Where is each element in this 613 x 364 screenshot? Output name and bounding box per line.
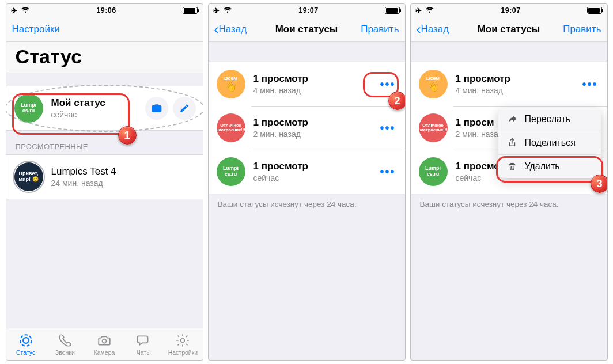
tab-label: Камера	[94, 349, 115, 356]
status-avatar: Lumpi cs.ru	[217, 157, 245, 186]
tab-camera[interactable]: Камера	[85, 328, 124, 360]
airplane-icon: ✈︎	[213, 6, 220, 15]
viewed-subtitle: 24 мин. назад	[51, 179, 196, 188]
nav-bar: Настройки	[6, 17, 203, 42]
clock: 19:07	[501, 6, 520, 14]
airplane-icon: ✈︎	[415, 6, 422, 15]
row-subtitle: 4 мин. назад	[253, 86, 378, 95]
badge-2: 2	[388, 92, 406, 110]
context-menu: Переслать Поделиться Удалить	[498, 108, 601, 178]
phone-icon	[58, 333, 73, 348]
forward-menu-item[interactable]: Переслать	[498, 108, 601, 131]
menu-label: Переслать	[525, 114, 571, 124]
battery-icon	[183, 7, 198, 14]
status-updates-list: Всем👋 1 просмотр4 мин. назад ••• Отлично…	[209, 62, 405, 194]
back-button[interactable]: ‹Назад	[417, 24, 463, 35]
settings-link[interactable]: Настройки	[12, 24, 60, 35]
more-button[interactable]: •••	[377, 163, 398, 181]
more-button[interactable]: •••	[377, 75, 398, 93]
back-button[interactable]: ‹Назад	[214, 24, 260, 35]
wifi-icon	[21, 6, 30, 15]
camera-tab-icon	[97, 333, 112, 348]
share-menu-item[interactable]: Поделиться	[498, 131, 601, 154]
viewed-avatar: Привет, мир! 😊	[14, 162, 43, 191]
edit-button[interactable]: Править	[555, 24, 601, 35]
tab-label: Статус	[16, 349, 35, 356]
delete-menu-item[interactable]: Удалить	[498, 154, 601, 178]
status-bar: ✈︎ 19:06	[6, 4, 203, 17]
row-title: 1 просмотр	[253, 161, 378, 172]
row-title: 1 просмотр	[253, 73, 378, 85]
screen-popover: ✈︎ 19:07 ‹Назад Мои статусы Править Всем…	[410, 3, 608, 361]
my-status-row[interactable]: Lumpi cs.ru Мой статус сейчас	[6, 86, 203, 130]
footnote: Ваши статусы исчезнут через 24 часа.	[209, 194, 405, 214]
tab-label: Настройки	[168, 349, 198, 356]
chats-icon	[136, 333, 151, 348]
svg-point-1	[23, 338, 29, 343]
status-avatar: Отличное настроение!!!	[217, 113, 245, 142]
page-title: Статус	[16, 46, 194, 68]
menu-label: Поделиться	[525, 138, 576, 148]
forward-icon	[506, 114, 518, 124]
footnote: Ваши статусы исчезнут через 24 часа.	[411, 194, 607, 214]
wifi-icon	[425, 6, 434, 15]
status-bar: ✈︎ 19:07	[411, 4, 607, 17]
tab-bar: Статус Звонки Камера Чаты Настройки	[6, 328, 203, 360]
row-subtitle: 2 мин. назад	[253, 130, 378, 139]
edit-button[interactable]: Править	[353, 24, 399, 35]
svg-point-0	[20, 335, 32, 346]
trash-icon	[506, 161, 518, 172]
status-row[interactable]: Всем👋 1 просмотр4 мин. назад •••	[209, 62, 405, 106]
tab-status[interactable]: Статус	[6, 328, 46, 360]
menu-label: Удалить	[525, 161, 560, 172]
nav-bar: ‹Назад Мои статусы Править	[411, 17, 607, 42]
battery-icon	[587, 7, 602, 14]
tab-calls[interactable]: Звонки	[46, 328, 85, 360]
tab-label: Чаты	[137, 349, 151, 356]
row-subtitle: сейчас	[253, 173, 378, 183]
wifi-icon	[223, 6, 232, 15]
more-button[interactable]: •••	[580, 75, 600, 93]
status-row[interactable]: Отличное настроение!!! 1 просмотр2 мин. …	[209, 106, 405, 150]
status-row[interactable]: Всем👋 1 просмотр4 мин. назад •••	[411, 62, 607, 106]
my-status-avatar: Lumpi cs.ru	[14, 94, 43, 123]
nav-title: Мои статусы	[260, 24, 353, 35]
gear-icon	[175, 333, 190, 348]
viewed-status-row[interactable]: Привет, мир! 😊 Lumpics Test 4 24 мин. на…	[6, 155, 203, 199]
large-title: Статус	[6, 42, 203, 73]
nav-bar: ‹Назад Мои статусы Править	[209, 17, 405, 42]
tab-settings[interactable]: Настройки	[163, 328, 202, 360]
tab-label: Звонки	[55, 349, 75, 356]
share-icon	[506, 138, 518, 148]
nav-title: Мои статусы	[463, 24, 555, 35]
badge-3: 3	[591, 175, 608, 193]
badge-1: 1	[118, 126, 137, 145]
clock: 19:06	[96, 6, 116, 14]
battery-icon	[385, 7, 400, 14]
more-button[interactable]: •••	[377, 119, 398, 137]
viewed-title: Lumpics Test 4	[51, 166, 196, 177]
screen-my-statuses: ✈︎ 19:07 ‹Назад Мои статусы Править Всем…	[208, 3, 406, 361]
svg-point-2	[103, 339, 107, 343]
status-avatar: Отличное настроение!!!	[419, 113, 448, 142]
viewed-section-label: ПРОСМОТРЕННЫЕ	[6, 131, 203, 154]
status-bar: ✈︎ 19:07	[209, 4, 405, 17]
status-avatar: Lumpi cs.ru	[419, 157, 448, 186]
airplane-icon: ✈︎	[11, 6, 17, 15]
status-tab-icon	[18, 333, 33, 348]
row-title: 1 просмотр	[253, 117, 378, 128]
status-row[interactable]: Lumpi cs.ru 1 просмотрсейчас •••	[209, 150, 405, 194]
row-subtitle: 4 мин. назад	[456, 86, 580, 95]
status-avatar: Всем👋	[419, 70, 448, 98]
svg-point-3	[181, 338, 185, 342]
tab-chats[interactable]: Чаты	[124, 328, 163, 360]
row-title: 1 просмотр	[456, 73, 580, 85]
screen-status: ✈︎ 19:06 Настройки Статус Lumpi cs.ru Мо…	[6, 3, 203, 361]
status-avatar: Всем👋	[217, 70, 245, 98]
clock: 19:07	[298, 6, 318, 14]
